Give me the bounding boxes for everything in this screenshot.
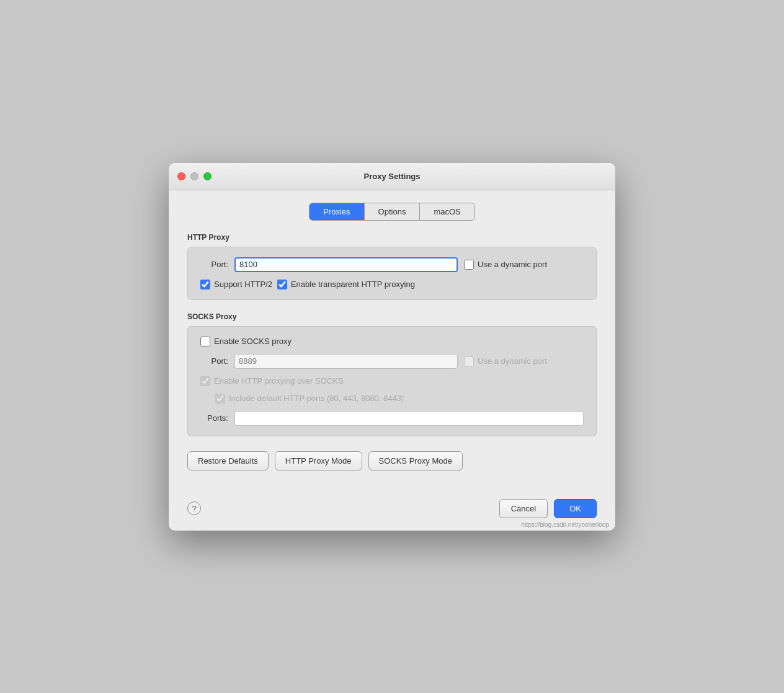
socks-include-ports-label[interactable]: Include default HTTP ports (80, 443, 808… [215,394,404,404]
socks-proxy-section: SOCKS Proxy Enable SOCKS proxy Port: Use… [187,312,597,436]
http-proxy-box: Port: Use a dynamic port Support HTTP/2 [187,247,597,300]
watermark: https://blog.csdn.net/yoonerloop [521,521,609,528]
maximize-button[interactable] [203,172,212,180]
http-proxy-label: HTTP Proxy [187,233,597,242]
http-dynamic-port-checkbox[interactable] [464,260,474,270]
minimize-button[interactable] [190,172,198,180]
tabs-container: Proxies Options macOS [187,203,597,221]
traffic-lights [177,172,212,180]
close-button[interactable] [177,172,185,180]
http-transparent-label[interactable]: Enable transparent HTTP proxying [277,280,415,289]
tab-macos[interactable]: macOS [420,203,474,220]
http-support-http2-checkbox[interactable] [200,280,210,289]
socks-dynamic-port-row: Use a dynamic port [464,356,547,366]
ok-button[interactable]: OK [554,499,597,518]
socks-enable-checkbox[interactable] [200,337,210,346]
socks-http-over-checkbox[interactable] [200,376,210,386]
window-title: Proxy Settings [363,172,420,181]
socks-proxy-mode-button[interactable]: SOCKS Proxy Mode [368,451,463,470]
http-transparent-checkbox[interactable] [277,280,287,289]
tab-options[interactable]: Options [365,203,421,220]
footer-actions: Cancel OK [499,499,597,518]
proxy-settings-window: Proxy Settings Proxies Options macOS HTT… [169,163,615,531]
tab-proxies[interactable]: Proxies [310,203,364,220]
socks-dynamic-port-checkbox[interactable] [464,356,474,366]
window-body: Proxies Options macOS HTTP Proxy Port: U… [169,190,615,489]
http-proxy-section: HTTP Proxy Port: Use a dynamic port Supp… [187,233,597,300]
socks-port-row: Port: Use a dynamic port [200,354,584,369]
socks-http-over-label[interactable]: Enable HTTP proxying over SOCKS [200,376,344,386]
tabs: Proxies Options macOS [309,203,475,221]
http-checkboxes-row: Support HTTP/2 Enable transparent HTTP p… [200,280,584,289]
socks-enable-row: Enable SOCKS proxy [200,337,584,346]
socks-ports-label: Ports: [200,413,228,423]
restore-defaults-button[interactable]: Restore Defaults [187,451,269,470]
http-proxy-mode-button[interactable]: HTTP Proxy Mode [275,451,362,470]
http-dynamic-port-row: Use a dynamic port [464,260,547,270]
socks-dynamic-port-label: Use a dynamic port [478,356,547,366]
socks-port-input[interactable] [234,354,458,369]
http-port-label: Port: [200,260,228,269]
http-support-http2-label[interactable]: Support HTTP/2 [200,280,272,289]
socks-include-ports-checkbox[interactable] [215,394,225,404]
http-dynamic-port-label: Use a dynamic port [478,260,547,269]
socks-include-ports-row: Include default HTTP ports (80, 443, 808… [200,394,584,404]
http-port-input[interactable] [234,257,458,272]
socks-ports-input[interactable] [234,411,584,426]
socks-enable-label[interactable]: Enable SOCKS proxy [200,337,292,346]
cancel-button[interactable]: Cancel [499,499,548,518]
http-port-row: Port: Use a dynamic port [200,257,584,272]
help-button[interactable]: ? [187,501,201,515]
socks-port-label: Port: [200,356,228,366]
socks-ports-row: Ports: [200,411,584,426]
socks-http-over-row: Enable HTTP proxying over SOCKS [200,376,584,386]
socks-proxy-box: Enable SOCKS proxy Port: Use a dynamic p… [187,326,597,436]
socks-proxy-label: SOCKS Proxy [187,312,597,321]
bottom-buttons: Restore Defaults HTTP Proxy Mode SOCKS P… [187,451,597,470]
titlebar: Proxy Settings [169,163,615,190]
